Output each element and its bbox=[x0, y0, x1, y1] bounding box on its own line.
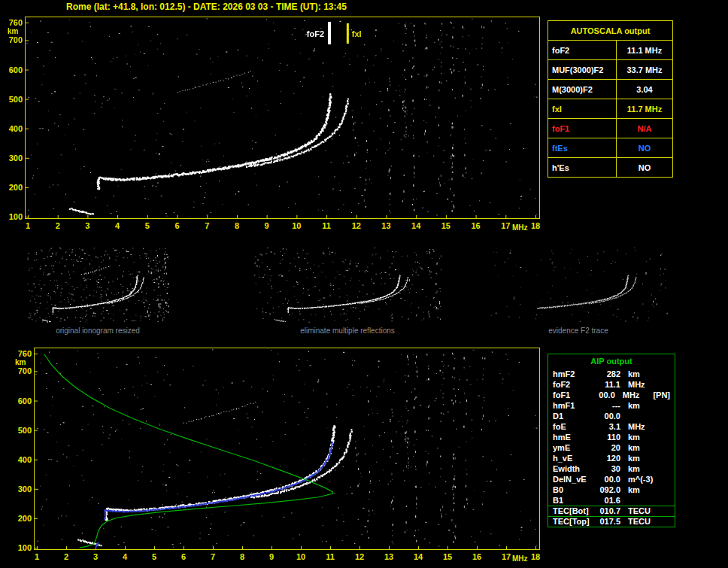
x-axis-tick-label: 6 bbox=[174, 222, 179, 230]
x-axis-tick-label: 5 bbox=[145, 222, 150, 230]
autoscala-row: ftEsNO bbox=[548, 138, 673, 158]
x-axis-tick-label: 14 bbox=[411, 222, 420, 230]
aip-param-unit: TECU bbox=[628, 517, 660, 527]
aip-param-unit: MHz bbox=[628, 379, 660, 390]
aip-param-label: hmF1 bbox=[553, 400, 595, 411]
thumbnail-caption-evidence: evidence F2 trace bbox=[548, 327, 608, 335]
autoscala-param-value: 3.04 bbox=[617, 80, 673, 99]
x-axis-tick-label: 1 bbox=[35, 553, 39, 561]
aip-row: hmE110km bbox=[548, 432, 675, 442]
aip-param-label: Ewidth bbox=[553, 463, 595, 474]
x-axis-tick-label: 18 bbox=[531, 222, 540, 230]
x-axis-tick-label: 15 bbox=[443, 553, 452, 561]
x-axis-tick-label: 5 bbox=[152, 553, 156, 561]
aip-param-unit: km bbox=[628, 463, 660, 474]
x-axis-tick-label: 9 bbox=[269, 553, 274, 561]
autoscala-row: foF1N/A bbox=[548, 119, 673, 138]
autoscala-param-value: 11.1 MHz bbox=[617, 41, 673, 60]
aip-param-label: TEC[Bot] bbox=[553, 506, 595, 516]
aip-param-value: 01.6 bbox=[595, 495, 620, 506]
x-axis-tick-label: 16 bbox=[472, 553, 481, 561]
autoscala-output-table: AUTOSCALA output foF211.1 MHzMUF(3000)F2… bbox=[548, 20, 673, 178]
y-axis-tick-label: 200 bbox=[18, 514, 32, 522]
aip-table-title: AIP output bbox=[548, 354, 675, 369]
autoscala-param-label: foF1 bbox=[548, 119, 617, 138]
autoscala-param-label: h'Es bbox=[548, 158, 617, 178]
autoscala-row: MUF(3000)F233.7 MHz bbox=[548, 60, 673, 80]
aip-row: B0092.0km bbox=[548, 484, 675, 495]
x-axis-tick-label: 10 bbox=[292, 222, 301, 230]
y-axis-tick-label: 500 bbox=[18, 426, 32, 434]
bottom-ionogram-canvas bbox=[34, 348, 540, 550]
aip-param-label: foF2 bbox=[553, 379, 595, 390]
aip-param-label: hmE bbox=[553, 432, 595, 442]
thumbnail-eliminate-multiple-reflections bbox=[253, 247, 441, 323]
autoscala-param-label: MUF(3000)F2 bbox=[548, 60, 617, 80]
autoscala-param-label: ftEs bbox=[548, 138, 617, 158]
x-axis-tick-label: 16 bbox=[471, 222, 480, 230]
aip-param-label: B0 bbox=[553, 484, 595, 495]
autoscala-param-value: NO bbox=[617, 138, 673, 158]
aip-row: foE3.1MHz bbox=[548, 421, 675, 432]
aip-param-unit: km bbox=[628, 400, 660, 411]
aip-param-value: 20 bbox=[595, 442, 620, 453]
aip-param-unit: MHz bbox=[623, 390, 652, 400]
autoscala-param-label: fxI bbox=[548, 99, 617, 119]
aip-row: B101.6 bbox=[548, 495, 675, 506]
autoscala-table-title: AUTOSCALA output bbox=[548, 21, 673, 41]
thumbnail-caption-original: original ionogram resized bbox=[56, 327, 140, 335]
fxI-marker-label: fxI bbox=[352, 29, 362, 38]
x-axis-tick-label: 4 bbox=[123, 553, 127, 561]
x-axis-tick-label: 11 bbox=[326, 553, 335, 561]
bottom-y-axis-unit-label: km bbox=[15, 358, 26, 366]
autoscala-header-row: AUTOSCALA output bbox=[548, 21, 673, 41]
aip-param-unit: m^(-3) bbox=[628, 474, 660, 484]
thumbnail-original-ionogram-resized bbox=[26, 247, 169, 323]
x-axis-tick-label: 3 bbox=[93, 553, 98, 561]
x-axis-tick-label: 11 bbox=[322, 222, 331, 230]
x-axis-tick-label: 6 bbox=[181, 553, 186, 561]
x-axis-tick-label: 2 bbox=[56, 222, 60, 230]
y-axis-tick-label: 400 bbox=[18, 455, 32, 463]
y-axis-tick-label: 760 bbox=[9, 19, 23, 27]
aip-row: h_vE120km bbox=[548, 453, 675, 463]
aip-param-label: foF1 bbox=[553, 390, 592, 400]
aip-row: hmF2282km bbox=[548, 369, 675, 379]
top-x-axis-unit-label: MHz bbox=[512, 223, 528, 232]
y-axis-tick-label: 600 bbox=[18, 396, 32, 405]
x-axis-tick-label: 15 bbox=[441, 222, 450, 230]
y-axis-tick-label: 700 bbox=[18, 367, 32, 375]
aip-param-label: DelN_vE bbox=[553, 474, 595, 484]
aip-param-unit bbox=[628, 495, 660, 506]
aip-param-value: --- bbox=[595, 400, 620, 411]
aip-param-value: 092.0 bbox=[595, 484, 620, 495]
aip-output-table: AIP output hmF2282kmfoF211.1MHzfoF100.0M… bbox=[548, 354, 675, 527]
autoscala-param-value: NO bbox=[617, 158, 673, 178]
aip-row: foF211.1MHz bbox=[548, 379, 675, 390]
autoscala-param-value: 11.7 MHz bbox=[617, 99, 673, 119]
aip-param-value: 120 bbox=[595, 453, 620, 463]
aip-param-value: 110 bbox=[595, 432, 620, 442]
aip-tec-row: TEC[Top]017.5TECU bbox=[548, 516, 675, 527]
aip-param-flag: [PN] bbox=[653, 390, 670, 400]
aip-param-label: D1 bbox=[553, 411, 595, 421]
y-axis-tick-label: 700 bbox=[9, 36, 23, 44]
x-axis-tick-label: 9 bbox=[265, 222, 269, 230]
x-axis-tick-label: 12 bbox=[355, 553, 364, 561]
autoscala-param-value: 33.7 MHz bbox=[617, 60, 673, 80]
aip-row: Ewidth30km bbox=[548, 463, 675, 474]
autoscala-param-value: N/A bbox=[617, 119, 673, 138]
aip-param-unit: km bbox=[628, 484, 660, 495]
x-axis-tick-label: 10 bbox=[296, 553, 305, 561]
top-y-axis-unit-label: km bbox=[8, 27, 18, 35]
aip-row: hmF1---km bbox=[548, 400, 675, 411]
aip-param-label: foE bbox=[553, 421, 595, 432]
x-axis-tick-label: 8 bbox=[240, 553, 244, 561]
x-axis-tick-label: 14 bbox=[414, 553, 423, 561]
aip-param-value: 11.1 bbox=[595, 379, 620, 390]
aip-param-unit bbox=[628, 411, 660, 421]
x-axis-tick-label: 7 bbox=[205, 222, 209, 230]
aip-param-value: 30 bbox=[595, 463, 620, 474]
aip-row: foF100.0MHz[PN] bbox=[548, 390, 675, 400]
y-axis-tick-label: 760 bbox=[18, 350, 32, 358]
